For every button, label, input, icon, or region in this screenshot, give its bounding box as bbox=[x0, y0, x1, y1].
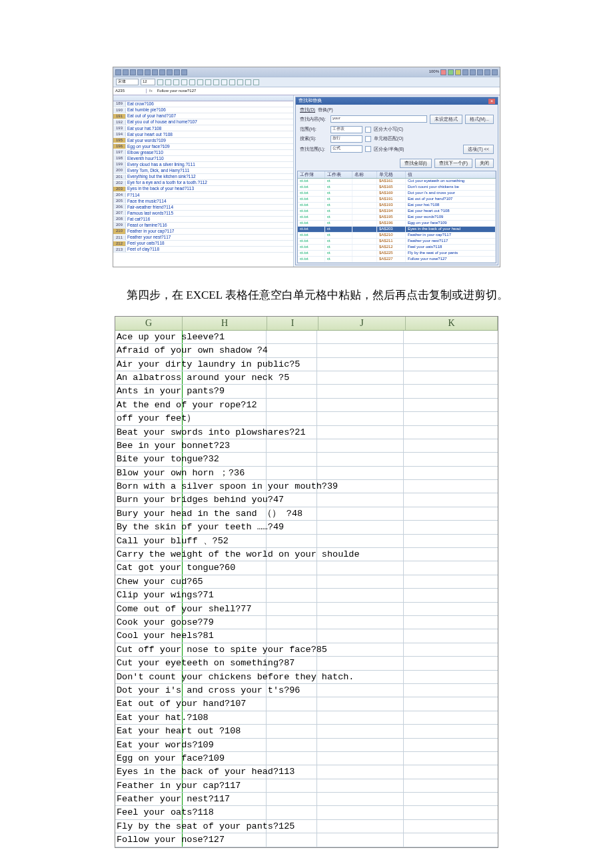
italic-button[interactable] bbox=[165, 79, 171, 85]
toolbar-icon[interactable] bbox=[462, 69, 468, 75]
grid-row[interactable]: Bite your tongue?32 bbox=[115, 453, 498, 466]
grid-row[interactable]: Beat your swords into plowshares?21 bbox=[115, 426, 498, 439]
sheet-row[interactable]: 210Feather in your cap?117 bbox=[113, 229, 293, 235]
grid-row[interactable]: Come out of your shell?77 bbox=[115, 603, 498, 616]
grid-row[interactable]: An albatross around your neck ?5 bbox=[115, 371, 498, 385]
results-row[interactable]: ct.txtct$A$211Feather your nest?117 bbox=[298, 239, 496, 245]
sheet-row[interactable]: 191Eat out of your hand?107 bbox=[113, 113, 293, 119]
grid-row[interactable]: Feather in your cap?117 bbox=[115, 779, 498, 793]
format-button[interactable] bbox=[221, 79, 227, 85]
sheet-row[interactable]: 212Feel your oats?118 bbox=[113, 241, 293, 247]
sheet-row[interactable]: 199Every cloud has a silver lining.?111 bbox=[113, 162, 293, 168]
grid-row[interactable]: Call your bluff 、?52 bbox=[115, 535, 498, 548]
find-all-button[interactable]: 查找全部(I) bbox=[400, 159, 432, 168]
width-checkbox[interactable] bbox=[365, 146, 371, 152]
toolbar-icon[interactable] bbox=[152, 69, 158, 75]
close-icon[interactable]: × bbox=[488, 99, 495, 104]
grid-row[interactable]: Cut off your nose to spite your face?85 bbox=[115, 643, 498, 657]
results-row[interactable]: ct.txtct$A$194Eat your heart out ?108 bbox=[298, 209, 496, 215]
toolbar-icon[interactable] bbox=[123, 69, 129, 75]
sheet-row[interactable]: 207Famous last words?115 bbox=[113, 211, 293, 217]
results-row[interactable]: ct.txtct$A$210Feather in your cap?117 bbox=[298, 233, 496, 239]
bold-button[interactable] bbox=[157, 79, 163, 85]
grid-row[interactable]: Chew your cud?65 bbox=[115, 575, 498, 589]
toolbar-icon[interactable] bbox=[167, 69, 173, 75]
grid-row[interactable]: Ants in your pants?9 bbox=[115, 385, 498, 398]
toolbar-icon[interactable] bbox=[174, 69, 180, 75]
format-button[interactable] bbox=[245, 79, 251, 85]
grid-row[interactable]: Eat your heart out ?108 bbox=[115, 725, 498, 738]
scope-select[interactable]: 工作表 bbox=[330, 126, 362, 133]
tab-find[interactable]: 查找(D) bbox=[300, 107, 315, 113]
toolbar-icon[interactable] bbox=[159, 69, 165, 75]
find-next-button[interactable]: 查找下一个(F) bbox=[434, 159, 472, 168]
results-row[interactable]: ct.txtct$A$227Follow your nose?127 bbox=[298, 257, 496, 263]
sheet-row[interactable]: 213Feet of clay?118 bbox=[113, 247, 293, 253]
column-header[interactable]: K bbox=[406, 317, 498, 330]
align-button[interactable] bbox=[197, 79, 203, 85]
find-results-list[interactable]: 工作簿工作表名称单元格值 ct.txtct$A$161Cut your eyet… bbox=[297, 171, 496, 263]
results-row[interactable]: ct.txtct$A$193Eat your hat.?108 bbox=[298, 203, 496, 209]
align-button[interactable] bbox=[181, 79, 187, 85]
format-button[interactable] bbox=[213, 79, 219, 85]
grid-row[interactable]: Don't count your chickens before they ha… bbox=[115, 671, 498, 684]
tab-replace[interactable]: 替换(P) bbox=[318, 107, 333, 113]
grid-row[interactable]: off your feet） bbox=[115, 412, 498, 425]
grid-row[interactable]: Eyes in the back of your head?113 bbox=[115, 765, 498, 779]
sheet-row[interactable]: 200Every Tom, Dick, and Harry?111 bbox=[113, 168, 293, 174]
toolbar-icon[interactable] bbox=[181, 69, 187, 75]
sheet-row[interactable]: 203Eyes in the back of your head?113 bbox=[113, 186, 293, 192]
grid-row[interactable]: Feather your nest?117 bbox=[115, 793, 498, 806]
format-preview-button[interactable]: 未设定格式 bbox=[430, 115, 462, 124]
grid-row[interactable]: By the skin of your teeth ……?49 bbox=[115, 521, 498, 534]
grid-row[interactable]: Follow your nose?127 bbox=[115, 833, 498, 847]
match-checkbox[interactable] bbox=[365, 136, 371, 142]
grid-row[interactable]: Ace up your sleeve?1 bbox=[115, 331, 498, 344]
grid-row[interactable]: Clip your wings?71 bbox=[115, 589, 498, 602]
lookin-select[interactable]: 公式 bbox=[330, 145, 362, 153]
grid-row[interactable]: Egg on your face?109 bbox=[115, 752, 498, 765]
format-button[interactable] bbox=[237, 79, 243, 85]
grid-row[interactable]: Bee in your bonnet?23 bbox=[115, 439, 498, 453]
grid-row[interactable]: Burn your bridges behind you?47 bbox=[115, 493, 498, 507]
sheet-row[interactable]: 197Elbow grease?110 bbox=[113, 150, 293, 156]
column-header[interactable]: I bbox=[267, 317, 318, 330]
sheet-row[interactable]: 194Eat your heart out ?108 bbox=[113, 131, 293, 137]
search-select[interactable]: 按行 bbox=[330, 135, 362, 143]
underline-button[interactable] bbox=[173, 79, 179, 85]
grid-row[interactable]: Feel your oats?118 bbox=[115, 806, 498, 819]
sheet-row[interactable]: 192Eat you out of house and home?107 bbox=[113, 119, 293, 125]
grid-row[interactable]: Eat your hat.?108 bbox=[115, 711, 498, 725]
column-header[interactable]: J bbox=[318, 317, 406, 330]
grid-row[interactable]: Cut your eyeteeth on something?87 bbox=[115, 657, 498, 670]
grid-row[interactable]: Eat out of your hand?107 bbox=[115, 697, 498, 711]
toolbar-icon[interactable] bbox=[115, 69, 121, 75]
toolbar-icon[interactable] bbox=[440, 69, 446, 75]
grid-row[interactable]: Bury your head in the sand （） ?48 bbox=[115, 507, 498, 521]
grid-row[interactable]: Cat got your tongue?60 bbox=[115, 561, 498, 575]
options-button[interactable]: 选项(T) << bbox=[463, 145, 494, 154]
sheet-row[interactable]: 209Feast or famine?116 bbox=[113, 223, 293, 229]
grid-row[interactable]: Eat your words?109 bbox=[115, 739, 498, 752]
sheet-row[interactable]: 198Eleventh hour?110 bbox=[113, 156, 293, 162]
grid-row[interactable]: Cool your heels?81 bbox=[115, 629, 498, 643]
sheet-row[interactable]: 201Everything but the kitchen sink?112 bbox=[113, 174, 293, 180]
sheet-row[interactable]: 205Face the music?114 bbox=[113, 199, 293, 205]
results-row[interactable]: ct.txtct$A$203Eyes in the back of your h… bbox=[298, 227, 496, 233]
sheet-row[interactable]: 195Eat your words?109 bbox=[113, 138, 293, 144]
fx-icon[interactable]: fx bbox=[147, 89, 155, 93]
grid-row[interactable]: Dot your i's and cross your t's?96 bbox=[115, 684, 498, 697]
results-row[interactable]: ct.txtct$A$195Eat your words?109 bbox=[298, 215, 496, 221]
toolbar-icon[interactable] bbox=[455, 69, 461, 75]
grid-row[interactable]: At the end of your rope?12 bbox=[115, 399, 498, 412]
find-input[interactable]: your bbox=[330, 115, 427, 123]
toolbar-icon[interactable] bbox=[492, 69, 498, 75]
toolbar-icon[interactable] bbox=[470, 69, 476, 75]
toolbar-icon[interactable] bbox=[448, 69, 454, 75]
grid-row[interactable]: Air your dirty laundry in public?5 bbox=[115, 358, 498, 371]
toolbar-icon[interactable] bbox=[145, 69, 151, 75]
close-button[interactable]: 关闭 bbox=[475, 159, 494, 168]
case-checkbox[interactable] bbox=[365, 127, 371, 133]
format-button[interactable] bbox=[205, 79, 211, 85]
sheet-row[interactable]: 202Eye for a eye and a tooth for a tooth… bbox=[113, 180, 293, 186]
